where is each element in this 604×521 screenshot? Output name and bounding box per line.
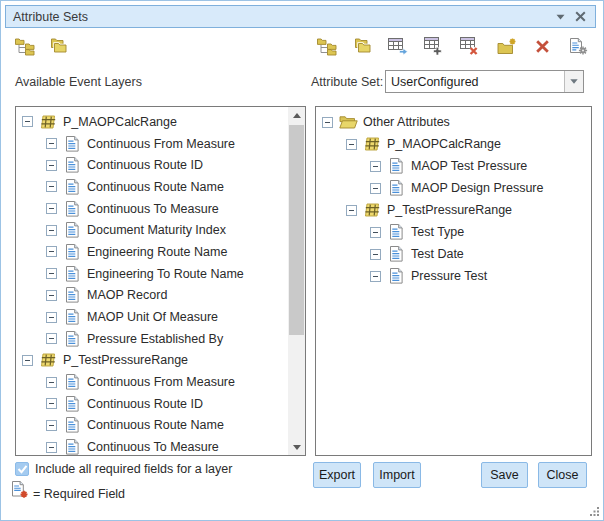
tree-item[interactable]: Continuous To Measure xyxy=(16,198,288,220)
collapse-box-icon[interactable] xyxy=(46,160,57,171)
field-icon xyxy=(63,136,82,152)
collapse-box-icon[interactable] xyxy=(46,181,57,192)
attribute-set-dropdown[interactable]: UserConfigured xyxy=(385,70,584,93)
field-icon xyxy=(387,180,406,196)
close-button[interactable]: Close xyxy=(538,462,587,488)
field-icon xyxy=(63,179,82,195)
tree-item[interactable]: Continuous From Measure xyxy=(16,133,288,155)
collapse-box-icon[interactable] xyxy=(322,117,333,128)
titlebar[interactable]: Attribute Sets xyxy=(5,5,596,28)
field-icon xyxy=(63,157,82,173)
field-icon xyxy=(387,268,406,284)
table-arrow-icon xyxy=(388,38,409,60)
collapse-box-icon[interactable] xyxy=(346,139,357,150)
folders-icon xyxy=(353,38,372,59)
add-to-set-hierarchy-button[interactable] xyxy=(316,38,337,59)
collapse-box-icon[interactable] xyxy=(46,138,57,149)
collapse-box-icon[interactable] xyxy=(370,183,381,194)
tree-item[interactable]: P_TestPressureRange xyxy=(316,199,591,221)
tree-item[interactable]: Engineering Route Name xyxy=(16,241,288,263)
scroll-up-icon[interactable] xyxy=(288,107,305,123)
tree-item[interactable]: Test Date xyxy=(316,243,591,265)
collapse-box-icon[interactable] xyxy=(370,249,381,260)
tree-item[interactable]: Continuous From Measure xyxy=(16,371,288,393)
tree-item-label: P_MAOPCalcRange xyxy=(63,115,177,129)
document-gear-icon xyxy=(570,38,588,60)
tree-item[interactable]: Continuous Route Name xyxy=(16,176,288,198)
event-layer-icon xyxy=(363,203,382,217)
tree-item[interactable]: MAOP Record xyxy=(16,285,288,307)
field-icon xyxy=(63,417,82,433)
add-group-button[interactable] xyxy=(352,38,373,59)
collapse-box-icon[interactable] xyxy=(46,203,57,214)
collapse-box-icon[interactable] xyxy=(46,377,57,388)
tree-item[interactable]: P_MAOPCalcRange xyxy=(316,133,591,155)
collapse-icon[interactable] xyxy=(556,14,565,20)
close-icon[interactable] xyxy=(575,11,586,22)
tree-item-label: MAOP Unit Of Measure xyxy=(87,310,218,324)
tree-item[interactable]: MAOP Design Pressure xyxy=(316,177,591,199)
collapse-box-icon[interactable] xyxy=(46,290,57,301)
tree-item[interactable]: Continuous Route ID xyxy=(16,393,288,415)
tree-item-label: Pressure Established By xyxy=(87,332,223,346)
tree-item[interactable]: Other Attributes xyxy=(316,111,591,133)
collapse-box-icon[interactable] xyxy=(46,398,57,409)
add-all-layers-button[interactable] xyxy=(48,38,69,59)
set-properties-button[interactable] xyxy=(568,38,589,59)
left-panel-scrollbar[interactable] xyxy=(288,107,305,455)
tree-item[interactable]: Continuous Route ID xyxy=(16,154,288,176)
field-icon xyxy=(63,331,82,347)
tree-item[interactable]: P_MAOPCalcRange xyxy=(16,111,288,133)
tree-item[interactable]: Continuous Route Name xyxy=(16,415,288,437)
tree-item-label: Continuous Route Name xyxy=(87,418,224,432)
add-table-button[interactable] xyxy=(424,38,445,59)
tree-item-label: Other Attributes xyxy=(363,115,450,129)
field-icon xyxy=(63,201,82,217)
scrollbar-thumb[interactable] xyxy=(289,125,304,335)
resize-grip[interactable] xyxy=(589,506,600,517)
tree-item[interactable]: Document Maturity Index xyxy=(16,219,288,241)
collapse-box-icon[interactable] xyxy=(46,312,57,323)
collapse-box-icon[interactable] xyxy=(46,225,57,236)
tree-item-label: P_TestPressureRange xyxy=(387,203,512,217)
collapse-box-icon[interactable] xyxy=(346,205,357,216)
tree-item-label: Pressure Test xyxy=(411,269,487,283)
tree-item[interactable]: Test Type xyxy=(316,221,591,243)
dropdown-button[interactable] xyxy=(564,71,583,92)
import-button[interactable]: Import xyxy=(373,462,421,488)
collapse-box-icon[interactable] xyxy=(46,420,57,431)
delete-button[interactable] xyxy=(532,38,553,59)
tree-item[interactable]: P_TestPressureRange xyxy=(16,350,288,372)
tree-item[interactable]: MAOP Test Pressure xyxy=(316,155,591,177)
event-layer-icon xyxy=(39,353,58,367)
collapse-box-icon[interactable] xyxy=(370,161,381,172)
red-x-icon xyxy=(535,39,550,58)
collapse-box-icon[interactable] xyxy=(22,116,33,127)
tree-item[interactable]: Continuous To Measure xyxy=(16,436,288,455)
tree-item[interactable]: Engineering To Route Name xyxy=(16,263,288,285)
field-icon xyxy=(63,439,82,455)
tree-item-label: Continuous Route ID xyxy=(87,397,203,411)
tree-item[interactable]: MAOP Unit Of Measure xyxy=(16,306,288,328)
remove-table-button[interactable] xyxy=(460,38,481,59)
collapse-box-icon[interactable] xyxy=(46,333,57,344)
available-layers-panel: P_MAOPCalcRangeContinuous From MeasureCo… xyxy=(15,106,306,456)
export-button[interactable]: Export xyxy=(313,462,361,488)
titlebar-controls xyxy=(556,11,595,22)
collapse-box-icon[interactable] xyxy=(46,246,57,257)
collapse-box-icon[interactable] xyxy=(370,271,381,282)
export-table-button[interactable] xyxy=(388,38,409,59)
collapse-box-icon[interactable] xyxy=(370,227,381,238)
include-required-fields-checkbox[interactable] xyxy=(15,462,29,476)
tree-item[interactable]: Pressure Established By xyxy=(16,328,288,350)
save-button[interactable]: Save xyxy=(481,462,528,488)
add-layer-hierarchy-button[interactable] xyxy=(14,38,35,59)
collapse-box-icon[interactable] xyxy=(46,268,57,279)
new-attribute-set-button[interactable] xyxy=(496,38,517,59)
required-field-icon xyxy=(12,481,29,503)
collapse-box-icon[interactable] xyxy=(46,442,57,453)
collapse-box-icon[interactable] xyxy=(22,355,33,366)
tree-item[interactable]: Pressure Test xyxy=(316,265,591,287)
scroll-down-icon[interactable] xyxy=(288,439,305,455)
toolbar-right-group xyxy=(316,38,589,59)
